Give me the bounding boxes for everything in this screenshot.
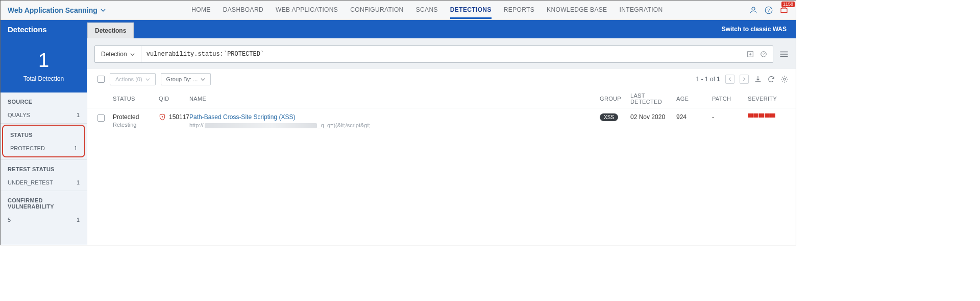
group-by-button[interactable]: Group By: ... — [161, 73, 211, 85]
svg-point-0 — [752, 7, 755, 10]
main-content: Detection vulnerability.status:`PROTECTE… — [87, 38, 796, 245]
help-icon[interactable]: ? — [764, 6, 773, 15]
chevron-down-icon — [130, 52, 135, 57]
status-value: Protected — [113, 113, 159, 121]
svg-point-8 — [162, 116, 163, 118]
svg-point-7 — [783, 78, 786, 80]
search-actions: ? — [741, 46, 773, 62]
cell-patch: - — [712, 113, 748, 121]
facet-item-protected[interactable]: PROTECTED 1 — [3, 141, 84, 155]
nav-reports[interactable]: REPORTS — [504, 1, 534, 19]
cell-name: Path-Based Cross-Site Scripting (XSS) ht… — [189, 113, 600, 128]
facet-label: UNDER_RETEST — [8, 179, 53, 186]
col-name[interactable]: NAME — [189, 96, 600, 102]
group-pill: XSS — [600, 113, 618, 121]
col-patch[interactable]: PATCH — [712, 96, 748, 102]
top-bar: Web Application Scanning HOME DASHBOARD … — [1, 1, 796, 20]
select-all-checkbox[interactable] — [97, 76, 105, 83]
facet-head-retest: RETEST STATUS — [1, 160, 87, 175]
nav-home[interactable]: HOME — [191, 1, 210, 19]
search-help-icon[interactable]: ? — [760, 50, 768, 58]
pager-prev[interactable] — [725, 75, 734, 84]
facet-item-under-retest[interactable]: UNDER_RETEST 1 — [1, 175, 87, 190]
nav-web-applications[interactable]: WEB APPLICATIONS — [276, 1, 338, 19]
cell-age: 924 — [676, 113, 712, 121]
subtab-detections[interactable]: Detections — [87, 22, 134, 38]
app-switcher[interactable]: Web Application Scanning — [8, 6, 106, 14]
table-row[interactable]: Protected Retesting 150117 Path-Based Cr… — [87, 108, 796, 133]
search-mode-label: Detection — [101, 51, 127, 58]
nav-configuration[interactable]: CONFIGURATION — [350, 1, 403, 19]
shield-alert-icon — [159, 113, 166, 121]
cell-group: XSS — [600, 113, 630, 121]
add-filter-icon[interactable] — [746, 50, 754, 58]
main-nav: HOME DASHBOARD WEB APPLICATIONS CONFIGUR… — [113, 1, 742, 19]
app-name: Web Application Scanning — [8, 6, 97, 14]
col-severity[interactable]: SEVERITY — [748, 96, 789, 102]
search-input[interactable]: vulnerability.status:`PROTECTED` — [141, 46, 741, 62]
page-title: Detections — [1, 25, 87, 34]
toggle-filters-icon[interactable] — [779, 51, 789, 58]
actions-button[interactable]: Actions (0) — [110, 73, 156, 85]
facet-label: QUALYS — [8, 112, 30, 118]
notifications-icon[interactable]: 1158 — [779, 6, 789, 15]
total-count: 1 — [1, 51, 87, 70]
nav-scans[interactable]: SCANS — [416, 1, 438, 19]
settings-icon[interactable] — [780, 75, 789, 83]
cell-severity — [748, 113, 789, 118]
total-detection-box: 1 Total Detection — [1, 38, 87, 92]
search-query-text: vulnerability.status:`PROTECTED` — [146, 51, 264, 58]
facet-label: PROTECTED — [10, 145, 45, 151]
total-label: Total Detection — [1, 75, 87, 82]
facet-group-status-highlight: STATUS PROTECTED 1 — [2, 125, 85, 157]
qid-value: 150117 — [169, 113, 189, 121]
redacted-host — [205, 123, 317, 128]
severity-bars-5 — [748, 113, 789, 118]
row-checkbox[interactable] — [97, 114, 105, 122]
status-sub: Retesting — [113, 122, 159, 128]
nav-knowledge-base[interactable]: KNOWLEDGE BASE — [547, 1, 607, 19]
user-icon[interactable] — [749, 6, 758, 15]
svg-text:?: ? — [763, 52, 765, 56]
facet-label: 5 — [8, 217, 11, 223]
table-header: STATUS QID NAME GROUP LAST DETECTED AGE … — [87, 89, 796, 108]
nav-integration[interactable]: INTEGRATION — [619, 1, 663, 19]
svg-text:?: ? — [767, 8, 770, 13]
subtabs: Detections — [87, 20, 134, 38]
facet-head-status: STATUS — [3, 126, 84, 141]
detection-name-link[interactable]: Path-Based Cross-Site Scripting (XSS) — [189, 113, 600, 121]
refresh-icon[interactable] — [767, 75, 775, 83]
cell-last-detected: 02 Nov 2020 — [630, 113, 676, 121]
col-age[interactable]: AGE — [676, 96, 712, 102]
chevron-down-icon — [201, 77, 205, 82]
cell-qid: 150117 — [159, 113, 189, 121]
search-row: Detection vulnerability.status:`PROTECTE… — [87, 38, 796, 69]
facet-item-qualys[interactable]: QUALYS 1 — [1, 108, 87, 122]
facet-count: 1 — [77, 112, 80, 118]
nav-detections[interactable]: DETECTIONS — [450, 1, 492, 19]
col-last-detected[interactable]: LAST DETECTED — [630, 92, 676, 105]
facet-sidebar: 1 Total Detection SOURCE QUALYS 1 STATUS… — [1, 38, 87, 245]
chevron-down-icon — [145, 77, 150, 82]
group-by-label: Group By: ... — [166, 76, 198, 82]
top-icons: ? 1158 — [749, 6, 789, 15]
actions-label: Actions (0) — [115, 76, 142, 82]
nav-dashboard[interactable]: DASHBOARD — [223, 1, 263, 19]
facet-count: 1 — [77, 217, 80, 223]
download-icon[interactable] — [754, 75, 762, 83]
col-qid[interactable]: QID — [159, 96, 189, 102]
facet-item-sev5[interactable]: 5 1 — [1, 213, 87, 227]
notifications-badge: 1158 — [781, 2, 795, 7]
pager-range: 1 - 1 of 1 — [696, 76, 720, 83]
detection-url: http://_q_q=)(&lt;/script&gt; — [189, 122, 600, 128]
search-mode-dropdown[interactable]: Detection — [95, 46, 141, 62]
facet-head-confirmed: CONFIRMED VULNERABILITY — [1, 191, 87, 213]
switch-classic-link[interactable]: Switch to classic WAS — [722, 26, 796, 33]
pager-next[interactable] — [740, 75, 749, 84]
col-group[interactable]: GROUP — [600, 96, 630, 102]
chevron-down-icon — [101, 8, 106, 13]
svg-rect-3 — [781, 9, 787, 13]
col-status[interactable]: STATUS — [113, 96, 159, 102]
search-box: Detection vulnerability.status:`PROTECTE… — [94, 45, 773, 63]
pager: 1 - 1 of 1 — [696, 75, 789, 84]
